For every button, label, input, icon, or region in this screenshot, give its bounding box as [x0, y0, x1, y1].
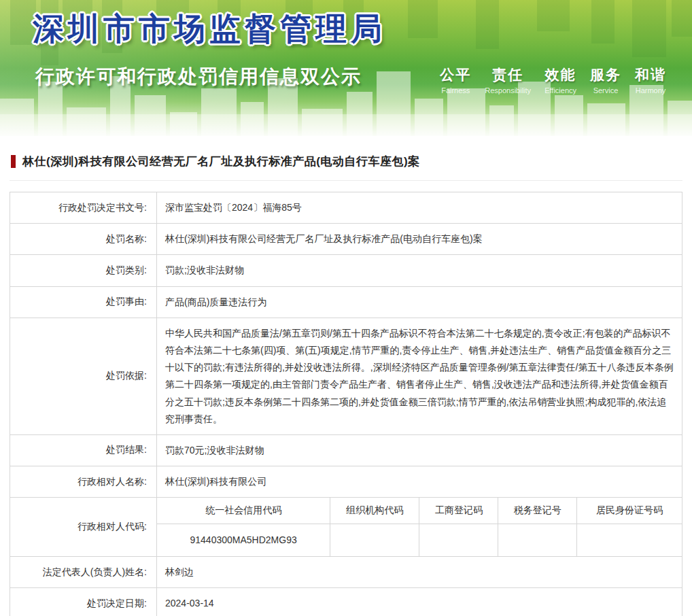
- code-header-cell: 居民身份证号码: [577, 498, 682, 524]
- row-value: 罚款70元;没收非法财物: [157, 434, 682, 466]
- code-value-cell: [577, 524, 682, 556]
- code-value-cell: [419, 524, 498, 556]
- banner-value-item: 公平 Fairness: [440, 65, 471, 95]
- row-value: 林剑边: [157, 557, 682, 588]
- code-value-cell: [498, 524, 577, 556]
- banner-value-item: 服务 Service: [590, 65, 621, 95]
- case-title-row: 林仕(深圳)科技有限公司经营无厂名厂址及执行标准产品(电动自行车座包)案: [10, 151, 682, 181]
- value-cn: 和谐: [635, 65, 666, 84]
- party-code-table: 统一社会信用代码 组织机构代码 工商登记码 税务登记号 居民身份证号码 9144…: [157, 498, 682, 556]
- row-label: 行政相对人代码:: [10, 498, 157, 557]
- site-title: 深圳市市场监督管理局: [33, 8, 386, 50]
- code-header-cell: 组织机构代码: [330, 498, 419, 524]
- code-table-header-row: 统一社会信用代码 组织机构代码 工商登记码 税务登记号 居民身份证号码: [157, 498, 682, 524]
- value-cn: 责任: [485, 65, 531, 84]
- main-content: 林仕(深圳)科技有限公司经营无厂名厂址及执行标准产品(电动自行车座包)案 行政处…: [10, 136, 682, 616]
- row-value: 中华人民共和国产品质量法/第五章罚则/第五十四条产品标识不符合本法第二十七条规定…: [157, 318, 682, 434]
- table-row: 法定代表人(负责人)姓名: 林剑边: [10, 557, 682, 588]
- value-cn: 服务: [590, 65, 621, 84]
- table-row-party-code: 行政相对人代码: 统一社会信用代码 组织机构代码 工商登记码: [10, 498, 682, 557]
- page: 深圳市市场监督管理局 行政许可和行政处罚信用信息双公示 公平 Fairness …: [0, 0, 692, 616]
- banner-value-item: 效能 Efficiency: [544, 65, 576, 95]
- row-label: 行政相对人名称:: [10, 466, 157, 498]
- penalty-info-table: 行政处罚决定书文号: 深市监宝处罚〔2024〕福海85号 处罚名称: 林仕(深圳…: [10, 192, 682, 616]
- row-value: 林仕(深圳)科技有限公司: [157, 466, 682, 498]
- value-en: Service: [590, 86, 621, 95]
- code-table-value-row: 91440300MA5HD2MG93: [157, 524, 682, 556]
- table-row: 处罚结果: 罚款70元;没收非法财物: [10, 434, 682, 466]
- code-value-cell: 91440300MA5HD2MG93: [157, 524, 330, 556]
- banner-value-item: 和谐 Harmony: [635, 65, 666, 95]
- row-value: 深市监宝处罚〔2024〕福海85号: [157, 192, 682, 224]
- row-label: 行政处罚决定书文号:: [10, 192, 157, 224]
- code-header-cell: 工商登记码: [419, 498, 498, 524]
- table-row: 处罚类别: 罚款;没收非法财物: [10, 255, 682, 286]
- value-en: Efficiency: [544, 86, 576, 95]
- row-label: 处罚事由:: [10, 286, 157, 318]
- row-value: 2024-03-14: [157, 588, 682, 616]
- value-cn: 效能: [544, 65, 576, 84]
- code-header-cell: 统一社会信用代码: [157, 498, 330, 524]
- code-value-cell: [330, 524, 419, 556]
- value-cn: 公平: [440, 65, 471, 84]
- table-row: 处罚决定日期: 2024-03-14: [10, 588, 682, 616]
- table-row: 行政处罚决定书文号: 深市监宝处罚〔2024〕福海85号: [10, 192, 682, 224]
- case-title: 林仕(深圳)科技有限公司经营无厂名厂址及执行标准产品(电动自行车座包)案: [22, 154, 420, 169]
- banner-value-item: 责任 Responsibility: [485, 65, 531, 95]
- value-en: Fairness: [440, 86, 471, 95]
- table-row: 行政相对人名称: 林仕(深圳)科技有限公司: [10, 466, 682, 498]
- row-value: 罚款;没收非法财物: [157, 255, 682, 286]
- title-marker: [11, 155, 16, 168]
- value-en: Responsibility: [485, 86, 531, 95]
- code-header-cell: 税务登记号: [498, 498, 577, 524]
- value-en: Harmony: [635, 86, 666, 95]
- row-label: 处罚依据:: [10, 318, 157, 434]
- site-subtitle: 行政许可和行政处罚信用信息双公示: [35, 64, 362, 90]
- table-row: 处罚名称: 林仕(深圳)科技有限公司经营无厂名厂址及执行标准产品(电动自行车座包…: [10, 224, 682, 255]
- row-value: 产品(商品)质量违法行为: [157, 286, 682, 318]
- table-row: 处罚依据: 中华人民共和国产品质量法/第五章罚则/第五十四条产品标识不符合本法第…: [10, 318, 682, 434]
- table-row: 处罚事由: 产品(商品)质量违法行为: [10, 286, 682, 318]
- row-label: 法定代表人(负责人)姓名:: [10, 557, 157, 588]
- row-label: 处罚决定日期:: [10, 588, 157, 616]
- row-value: 林仕(深圳)科技有限公司经营无厂名厂址及执行标准产品(电动自行车座包)案: [157, 224, 682, 255]
- banner-values: 公平 Fairness 责任 Responsibility 效能 Efficie…: [440, 65, 666, 95]
- row-value-nested: 统一社会信用代码 组织机构代码 工商登记码 税务登记号 居民身份证号码 9144…: [157, 498, 682, 557]
- row-label: 处罚名称:: [10, 224, 157, 255]
- site-banner: 深圳市市场监督管理局 行政许可和行政处罚信用信息双公示 公平 Fairness …: [0, 0, 692, 136]
- row-label: 处罚类别:: [10, 255, 157, 286]
- row-label: 处罚结果:: [10, 434, 157, 466]
